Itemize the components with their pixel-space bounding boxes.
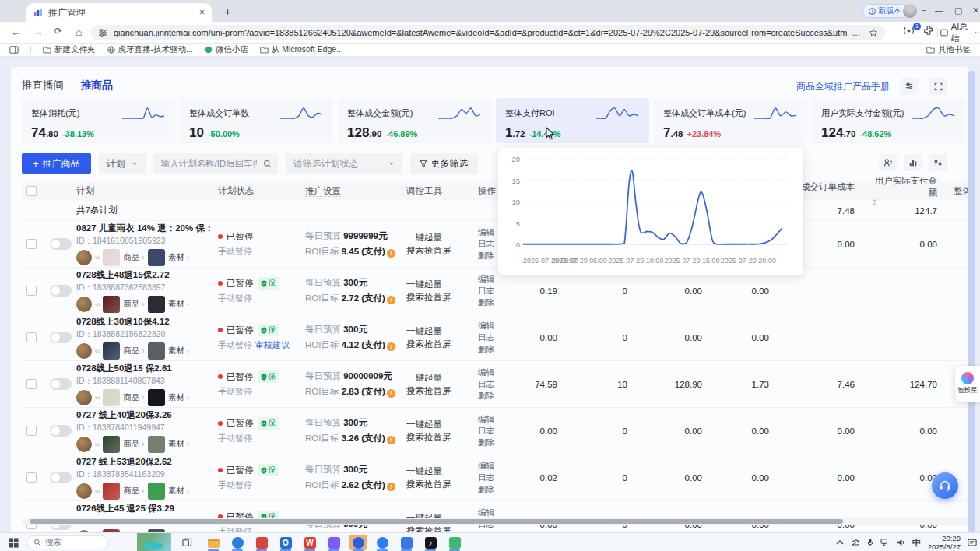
product-link[interactable]: 商品 › xyxy=(123,252,144,263)
edit-link[interactable]: 编辑 xyxy=(478,320,503,332)
one-click-boost-link[interactable]: 一键起量 xyxy=(406,371,469,384)
notification-center-icon[interactable] xyxy=(968,539,977,547)
edit-link[interactable]: 编辑 xyxy=(478,460,503,472)
taskbar-app-blue-square-app[interactable] xyxy=(397,535,416,550)
delete-link[interactable]: 删除 xyxy=(478,297,503,308)
material-thumbnail[interactable] xyxy=(148,342,165,360)
product-link[interactable]: 商品 › xyxy=(123,486,144,497)
taskbar-app-purple-app[interactable] xyxy=(325,535,343,550)
campaign-search-box[interactable] xyxy=(153,153,278,174)
material-thumbnail[interactable] xyxy=(148,483,165,500)
campaign-title[interactable]: 0727 线上53退20保2.62 xyxy=(76,456,209,468)
material-link[interactable]: 素材 › xyxy=(168,299,189,310)
material-thumbnail[interactable] xyxy=(148,389,165,406)
other-bookmarks-button[interactable]: 其他书签 xyxy=(926,44,971,55)
window-minimize-button[interactable]: — xyxy=(935,5,943,15)
one-click-boost-link[interactable]: 一键起量 xyxy=(406,278,469,291)
sort-icon[interactable] xyxy=(872,198,877,206)
row-checkbox[interactable] xyxy=(26,472,37,483)
taskbar-app-qianchuan[interactable] xyxy=(349,535,367,550)
one-click-boost-link[interactable]: 一键起量 xyxy=(406,465,469,478)
product-link[interactable]: 商品 › xyxy=(123,299,144,310)
horizontal-scrollbar-thumb[interactable] xyxy=(30,519,843,524)
extension-button[interactable]: 1 xyxy=(903,25,919,40)
window-close-button[interactable]: ✕ xyxy=(972,5,979,16)
site-settings-icon[interactable] xyxy=(98,28,107,37)
material-link[interactable]: 素材 › xyxy=(168,439,189,450)
handbook-link[interactable]: 商品全域推广产品手册 xyxy=(796,80,890,93)
extensions-puzzle-button[interactable] xyxy=(923,25,939,40)
home-icon[interactable]: ⌂ xyxy=(76,26,82,38)
material-thumbnail[interactable] xyxy=(148,296,165,313)
material-link[interactable]: 素材 › xyxy=(168,392,189,403)
row-checkbox[interactable] xyxy=(26,239,37,249)
stat-card-1[interactable]: 整体成交订单数10-50.00% xyxy=(180,98,333,143)
taskbar-search[interactable]: 搜索 xyxy=(26,535,109,549)
campaign-search-input[interactable] xyxy=(160,158,258,169)
roi-warning-icon[interactable]: ! xyxy=(387,389,395,398)
new-tab-button[interactable]: + xyxy=(224,5,231,18)
row-checkbox[interactable] xyxy=(26,332,37,342)
material-thumbnail[interactable] xyxy=(148,436,165,453)
log-link[interactable]: 日志 xyxy=(478,285,503,297)
product-link[interactable]: 商品 › xyxy=(123,346,144,356)
stat-card-0[interactable]: 整体消耗(元)74.80-38.13% xyxy=(22,98,175,143)
log-link[interactable]: 日志 xyxy=(478,425,503,437)
ai-summary-button[interactable]: AI总结 xyxy=(940,25,980,40)
status-filter-select[interactable]: 请筛选计划状态 xyxy=(286,153,402,174)
browser-tab[interactable]: 推广管理 × xyxy=(26,3,212,22)
review-suggestion-link[interactable]: 审核建议 xyxy=(255,340,290,349)
product-thumbnail[interactable] xyxy=(103,296,120,313)
custom-columns-button[interactable] xyxy=(929,154,947,171)
network-icon[interactable] xyxy=(880,539,890,546)
taskbar-app-file-explorer[interactable] xyxy=(204,535,223,550)
material-link[interactable]: 素材 › xyxy=(168,252,189,263)
row-checkbox[interactable] xyxy=(26,379,37,389)
forward-icon[interactable]: → xyxy=(33,26,44,38)
campaign-enable-toggle[interactable] xyxy=(50,425,72,437)
vertical-scrollbar[interactable] xyxy=(968,71,975,532)
browser-menu-icon[interactable]: ≡ xyxy=(922,5,926,15)
one-click-boost-link[interactable]: 一键起量 xyxy=(406,325,469,338)
ime-indicator[interactable]: 中 xyxy=(912,537,921,549)
microphone-icon[interactable] xyxy=(867,539,873,547)
delete-link[interactable]: 删除 xyxy=(478,437,503,448)
roi-warning-icon[interactable]: ! xyxy=(387,249,395,258)
select-all-checkbox[interactable] xyxy=(26,186,37,196)
edit-link[interactable]: 编辑 xyxy=(478,273,503,285)
start-button[interactable] xyxy=(5,533,22,551)
side-panel-toggle-icon[interactable] xyxy=(9,45,19,54)
search-top-screen-link[interactable]: 搜索抢首屏 xyxy=(406,338,469,351)
campaign-title[interactable]: 0728线上50退15 保2.61 xyxy=(76,363,209,374)
one-click-boost-link[interactable]: 一键起量 xyxy=(406,231,469,244)
search-icon[interactable] xyxy=(263,160,272,168)
campaign-enable-toggle[interactable] xyxy=(50,332,72,343)
stat-card-4[interactable]: 整体成交订单成本(元)7.48+23.84% xyxy=(654,98,807,143)
address-bar[interactable]: qianchuan.jinritemai.com/uni-prom?aavid=… xyxy=(90,25,886,40)
stat-card-5[interactable]: 用户实际支付金额(元)124.70-48.62% xyxy=(812,98,965,143)
tab-live-room-promo[interactable]: 推直播间 xyxy=(22,79,64,93)
campaign-title[interactable]: 0727 线上40退20保3.26 xyxy=(76,409,209,421)
stat-card-2[interactable]: 整体成交金额(元)128.90-46.89% xyxy=(338,98,491,143)
roi-warning-icon[interactable]: ! xyxy=(387,342,395,351)
material-thumbnail[interactable] xyxy=(148,249,165,266)
horizontal-scrollbar[interactable] xyxy=(22,518,968,525)
campaign-enable-toggle[interactable] xyxy=(50,238,72,250)
product-link[interactable]: 商品 › xyxy=(123,392,144,403)
customer-service-button[interactable] xyxy=(932,472,958,499)
scope-select[interactable]: 计划 xyxy=(99,153,146,174)
taskbar-app-douyin[interactable]: ♪ xyxy=(421,535,440,550)
create-promotion-button[interactable]: +推广商品 xyxy=(22,153,91,174)
bookmark-item[interactable]: 微信小店 xyxy=(205,44,248,55)
bookmark-star-icon[interactable] xyxy=(869,28,878,37)
fullscreen-button[interactable] xyxy=(929,78,947,95)
reload-icon[interactable]: ⟳ xyxy=(54,26,62,37)
search-top-screen-link[interactable]: 搜索抢首屏 xyxy=(406,291,469,304)
row-checkbox[interactable] xyxy=(26,426,37,436)
material-link[interactable]: 素材 › xyxy=(168,346,189,356)
taskbar-app-outlook[interactable]: O xyxy=(276,535,295,550)
new-version-badge[interactable]: !新版本 xyxy=(862,4,908,18)
volume-icon[interactable] xyxy=(897,539,905,546)
taskbar-app-green-app[interactable] xyxy=(445,535,464,550)
delete-link[interactable]: 删除 xyxy=(478,390,503,402)
